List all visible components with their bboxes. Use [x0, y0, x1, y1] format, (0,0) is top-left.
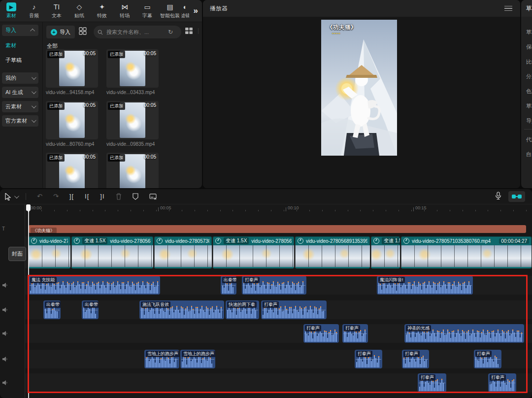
- media-item[interactable]: 已添加00:05: [106, 49, 159, 88]
- split-icon[interactable]: ][: [69, 193, 74, 200]
- draft-setting-item[interactable]: 代理: [526, 136, 532, 143]
- draft-setting-item[interactable]: 自由: [526, 151, 532, 158]
- refresh-icon[interactable]: ↻: [168, 29, 173, 35]
- waveform-bar: [487, 330, 488, 342]
- playhead-handle[interactable]: [26, 204, 31, 211]
- nav-group-0[interactable]: 我的: [2, 72, 38, 84]
- draft-setting-item[interactable]: 草稿: [526, 102, 532, 110]
- waveform-bar: [295, 306, 296, 318]
- trim-left-icon[interactable]: I[: [85, 193, 89, 200]
- video-clip[interactable]: vidu-video-27: [29, 236, 70, 268]
- audio-clip[interactable]: 快速的两下拳: [226, 300, 259, 319]
- video-clip[interactable]: vidu-video-278056891353996: [295, 236, 370, 268]
- waveform-bar: [434, 388, 435, 391]
- import-button[interactable]: + 导入: [46, 26, 75, 38]
- audio-clip[interactable]: 打拳声: [261, 300, 327, 319]
- speaker-icon[interactable]: [2, 281, 8, 290]
- text-track-clip[interactable]: 《功夫猫》: [29, 225, 526, 233]
- audio-clip[interactable]: 打拳声: [355, 350, 382, 368]
- trim-right-icon[interactable]: ]I: [100, 193, 104, 200]
- undo-icon[interactable]: ↶: [37, 193, 42, 200]
- preview-link-toggle[interactable]: [508, 191, 525, 202]
- speaker-icon[interactable]: [2, 355, 8, 364]
- video-clip[interactable]: 变速 1.5X: [371, 236, 400, 268]
- speaker-icon[interactable]: [2, 379, 8, 388]
- toolbar-tab-8[interactable]: ◐滤镜: [181, 1, 189, 21]
- toolbar-tab-0[interactable]: ▶素材: [0, 1, 23, 21]
- caption-clear-icon[interactable]: [149, 194, 157, 200]
- delete-icon[interactable]: [116, 193, 122, 200]
- audio-clip[interactable]: 雪地上的跑步声: [180, 350, 215, 368]
- waveform-bar: [166, 356, 167, 367]
- media-item[interactable]: 已添加00:05: [106, 153, 159, 188]
- toolbar-tab-3[interactable]: ◇贴纸: [68, 1, 91, 21]
- media-item[interactable]: 已添加00:05: [46, 101, 98, 139]
- toolbar-tab-1[interactable]: ♪音频: [23, 1, 45, 21]
- audio-clip[interactable]: 魔法闪阵音!: [377, 276, 473, 295]
- audio-clip-label: 打拳声: [263, 301, 279, 308]
- toolbar-tab-2[interactable]: TI文本: [45, 1, 68, 21]
- toolbar-tab-7[interactable]: ▤智能包装: [159, 1, 181, 21]
- toolbar-tab-5[interactable]: ⋈转场: [113, 1, 136, 21]
- audio-clip[interactable]: 打拳声: [488, 373, 516, 392]
- audio-clip[interactable]: 打拳声: [474, 350, 501, 368]
- playhead-line[interactable]: [28, 204, 29, 398]
- microphone-icon[interactable]: [495, 192, 501, 202]
- audio-clip[interactable]: 出拳带: [43, 300, 61, 319]
- chevron-down-icon: [32, 75, 36, 80]
- audio-clip[interactable]: 打拳声: [402, 350, 429, 368]
- draft-panel-header: 草稿: [521, 0, 532, 17]
- nav-item-subdraft[interactable]: 子草稿: [5, 57, 22, 64]
- nav-group-1[interactable]: AI 生成: [2, 87, 38, 98]
- audio-clip-label: 打拳声: [344, 325, 360, 332]
- waveform-bar: [148, 312, 149, 318]
- audio-clip[interactable]: 神圣的光感: [404, 324, 524, 343]
- draft-setting-item[interactable]: 分辨: [526, 73, 532, 80]
- draft-grid-icon[interactable]: [79, 27, 89, 37]
- audio-clip[interactable]: 魔法 充技能: [29, 276, 160, 295]
- nav-item-material[interactable]: 素材: [5, 42, 16, 49]
- video-clip[interactable]: vidu-video-2780571035380760.mp400:00:04:…: [401, 236, 532, 268]
- audio-clip[interactable]: 出拳带: [82, 300, 99, 319]
- toolbar-tab-6[interactable]: ▭字幕: [136, 1, 159, 21]
- draft-setting-item[interactable]: 保存: [526, 43, 532, 51]
- media-item[interactable]: 已添加00:05: [46, 153, 98, 188]
- draft-setting-item[interactable]: 色彩: [526, 88, 532, 95]
- nav-group-2[interactable]: 云素材: [2, 101, 38, 112]
- draft-setting-item[interactable]: 导入: [526, 117, 532, 125]
- grid-view-icon[interactable]: [185, 28, 193, 34]
- media-item[interactable]: 已添加00:05: [46, 49, 98, 88]
- mark-icon[interactable]: [133, 193, 138, 200]
- draft-setting-item[interactable]: 草稿: [526, 29, 532, 36]
- cover-button[interactable]: 封面: [8, 247, 26, 261]
- audio-clip[interactable]: 雪地上的跑步声: [144, 350, 179, 368]
- audio-clip[interactable]: 打拳声: [303, 324, 339, 343]
- player-menu-icon[interactable]: [504, 4, 512, 13]
- waveform-bar: [361, 359, 362, 367]
- video-clip[interactable]: 变速 1.5Xvidu-video-27805678: [213, 236, 294, 268]
- audio-clip[interactable]: 打拳声: [418, 373, 446, 392]
- audio-clip[interactable]: 出拳带: [221, 276, 236, 295]
- draft-setting-item[interactable]: 比例: [526, 58, 532, 66]
- audio-clip[interactable]: 施法飞跃音效: [139, 300, 224, 319]
- nav-group-3[interactable]: 官方素材: [2, 115, 38, 127]
- waveform-bar: [412, 331, 413, 342]
- speaker-icon[interactable]: [2, 330, 8, 338]
- audio-clip[interactable]: 打拳声: [242, 276, 306, 295]
- speaker-icon[interactable]: [2, 306, 8, 315]
- timeline-ruler[interactable]: 00:0000:0500:1000:15: [0, 204, 532, 213]
- media-item[interactable]: 已添加00:05: [106, 101, 159, 139]
- waveform-bar: [239, 306, 240, 318]
- nav-import[interactable]: 导入: [2, 25, 38, 36]
- video-clip[interactable]: 变速 1.5Xvidu-video-27805618: [71, 236, 153, 268]
- redo-icon[interactable]: ↷: [53, 193, 59, 200]
- search-input[interactable]: [105, 29, 166, 35]
- audio-clip[interactable]: 打拳声: [342, 324, 368, 343]
- toolbar-expand-icon[interactable]: »: [194, 6, 198, 16]
- waveform-bar: [440, 338, 441, 342]
- toolbar-tab-4[interactable]: ✦特效: [91, 1, 113, 21]
- waveform-bar: [149, 361, 150, 367]
- video-preview[interactable]: 《功夫猫》 ▪▪▪▪▪: [321, 20, 397, 156]
- select-tool-button[interactable]: [5, 193, 18, 200]
- video-clip[interactable]: vidu-video-27805730: [154, 236, 212, 268]
